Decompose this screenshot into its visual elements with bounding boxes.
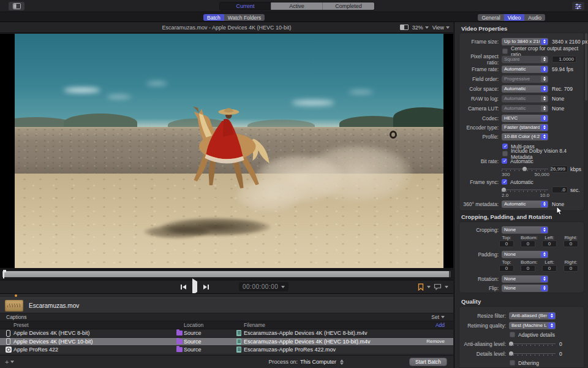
caption-bubble-icon[interactable] [434,283,442,290]
anti-aliasing-value: 0 [559,341,562,347]
bit-rate-field[interactable]: 26,999 [552,166,568,172]
frame-size-dropdown[interactable]: Up to 3840 x 2160 [502,38,548,45]
frame-sync-slider[interactable] [502,187,548,193]
batch-bottom-bar: + Process on: This Computer Start Batch [0,355,453,368]
folder-icon [176,339,183,344]
pad-edge-labels: Top:Bottom:Left:Right: [499,259,578,265]
bit-rate-slider[interactable] [502,166,548,172]
frame-sync-auto-label: Automatic [510,179,533,185]
bit-rate-max: 50,000 [535,172,549,177]
compressor-window: Current Active Completed Batch Watch Fol… [0,0,588,368]
bit-rate-range: 300 50,000 [502,172,549,177]
profile-label: Profile: [459,134,499,140]
tab-video[interactable]: Video [504,14,525,21]
cropping-section-title: Cropping, Padding, and Rotation [461,213,552,220]
previous-frame-button[interactable] [181,285,186,289]
frame-sync-min: 2.0 [502,193,508,198]
codec-dropdown[interactable]: HEVC [502,115,548,122]
pixel-aspect-ratio-field[interactable]: 1.0000 [552,56,576,63]
tab-current[interactable]: Current [220,2,271,10]
resize-filter-dropdown[interactable]: Anti-aliased (Best) [509,312,556,320]
stepper-icon [541,115,548,121]
pad-top-field[interactable]: 0 [499,265,514,272]
tab-general[interactable]: General [478,14,503,21]
frame-sync-field[interactable]: .0 [552,186,568,193]
batch-job-row[interactable]: Escaramuzas.mov [0,297,453,313]
timecode-value: 00:00:00:00 [243,283,278,290]
slider-thumb[interactable] [522,167,527,171]
profile-dropdown[interactable]: 10-Bit Color (4:2:0) [502,133,548,140]
adaptive-details-checkbox[interactable] [510,332,515,337]
preset-row-selected[interactable]: Apple Devices 4K (HEVC 10-bit) Source Es… [0,338,453,347]
slider-thumb[interactable] [509,351,513,356]
split-view-icon[interactable] [400,25,409,30]
pad-bottom-field[interactable]: 0 [521,265,535,272]
bit-rate-auto-checkbox[interactable] [502,158,507,164]
crop-bottom-field[interactable]: 0 [521,240,535,247]
stepper-icon [548,323,555,329]
center-crop-checkbox[interactable] [502,48,508,54]
tab-audio[interactable]: Audio [524,14,545,21]
encoder-type-dropdown[interactable]: Faster (standard qua... [502,124,548,131]
add-preset-link[interactable]: Add [435,322,445,328]
crop-right-field[interactable]: 0 [564,240,578,247]
process-on-stepper[interactable] [339,359,344,366]
scrubber-track[interactable] [2,271,451,277]
flip-dropdown[interactable]: None [502,285,548,292]
view-menu[interactable]: View [432,25,450,31]
tab-completed[interactable]: Completed [323,2,374,10]
preview-titlebar: Escaramuzas.mov - Apple Devices 4K (HEVC… [0,22,453,33]
preset-row[interactable]: Apple ProRes 422 Source Escaramuzas-Appl… [0,346,453,355]
process-on-label: Process on: [268,359,298,365]
dithering-checkbox[interactable] [510,360,515,366]
playhead[interactable] [3,270,4,278]
captions-label: Captions [6,314,27,320]
marker-bookmark-icon[interactable] [418,283,424,291]
dolby-vision-checkbox[interactable] [502,151,508,156]
sidebar-toggle-button[interactable] [9,2,24,10]
captions-set-menu[interactable]: Set [431,314,445,320]
retiming-quality-dropdown[interactable]: Best (Machine Learni... [509,322,556,329]
process-on-value[interactable]: This Computer [300,359,336,365]
chevron-down-icon[interactable] [445,286,448,288]
pad-left-field[interactable]: 0 [542,265,557,272]
frame-sync-auto-checkbox[interactable] [502,179,507,185]
padding-dropdown[interactable]: None [502,251,548,258]
next-frame-button[interactable] [203,285,209,289]
raw-to-log-dropdown: Automatic [502,95,548,102]
preset-name: Apple Devices 4K (HEVC 8-bit) [13,330,90,336]
cloud [292,100,334,105]
retiming-quality-label: Retiming quality: [459,323,506,329]
chevron-down-icon[interactable] [427,286,431,288]
zoom-menu[interactable]: 32% [412,25,429,31]
header-preset: Preset [13,322,29,328]
timecode-display[interactable]: 00:00:00:00 [239,282,288,291]
start-batch-button[interactable]: Start Batch [409,358,447,366]
play-button[interactable] [192,282,197,293]
add-job-menu[interactable]: + [5,358,14,366]
cropping-dropdown[interactable]: None [502,226,548,234]
preset-row[interactable]: Apple Devices 4K (HEVC 8-bit) Source Esc… [0,329,453,338]
flip-label: Flip: [459,285,499,291]
timeline-scrubber[interactable] [0,269,453,279]
remove-preset-button[interactable]: Remove [426,339,445,344]
inspector-toggle-button[interactable] [572,2,584,10]
tab-active[interactable]: Active [271,2,323,10]
video-properties-title: Video Properties [461,25,507,32]
tab-batch[interactable]: Batch [203,14,224,21]
anti-aliasing-slider[interactable] [509,341,556,347]
crop-top-field[interactable]: 0 [499,240,514,247]
color-space-dropdown[interactable]: Automatic [502,85,548,93]
crop-left-field[interactable]: 0 [542,240,557,247]
tab-watch-folders[interactable]: Watch Folders [224,14,265,21]
job-thumbnail [5,300,23,312]
details-level-slider[interactable] [509,351,556,356]
slider-thumb[interactable] [502,188,506,192]
frame-rate-dropdown[interactable]: Automatic [502,66,548,73]
slider-thumb[interactable] [509,342,513,346]
pad-right-field[interactable]: 0 [564,265,578,272]
metadata-360-dropdown[interactable]: Automatic [502,201,548,208]
video-preview-area[interactable] [0,34,453,268]
rotation-dropdown[interactable]: None [502,275,548,283]
multi-pass-checkbox[interactable] [502,144,508,149]
